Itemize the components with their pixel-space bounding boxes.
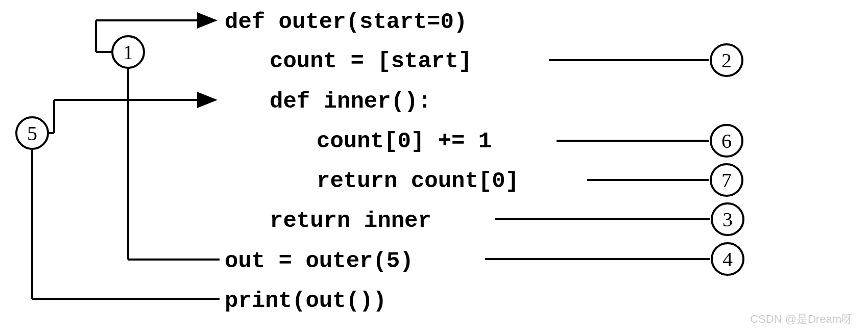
code-line-8: print(out()) (225, 288, 387, 314)
code-line-2: count = [start] (270, 48, 472, 74)
step-circle-1: 1 (111, 35, 145, 69)
code-line-1: def outer(start=0) (225, 9, 467, 35)
step-circle-3: 3 (711, 202, 744, 236)
arrow-step-5 (32, 100, 220, 299)
code-line-4: count[0] += 1 (317, 128, 492, 154)
step-circle-4: 4 (711, 242, 744, 276)
step-circle-2: 2 (710, 43, 743, 77)
code-line-6: return inner (270, 208, 431, 234)
code-line-5: return count[0] (317, 168, 519, 194)
code-line-3: def inner(): (270, 89, 431, 114)
step-circle-5: 5 (15, 116, 49, 150)
watermark: CSDN @是Dream呀 (750, 312, 853, 327)
closure-execution-diagram: def outer(start=0) count = [start] def i… (0, 0, 868, 336)
step-circle-7: 7 (710, 163, 743, 197)
step-circle-6: 6 (710, 124, 743, 158)
code-line-7: out = outer(5) (225, 248, 414, 274)
